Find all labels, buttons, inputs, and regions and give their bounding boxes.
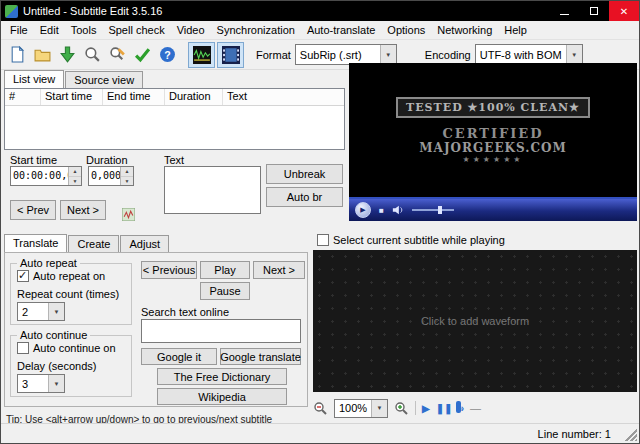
grid-header: # Start time End time Duration Text — [5, 89, 344, 106]
start-time-field[interactable]: 00:00:00,000 ▲ ▼ — [10, 166, 82, 186]
resize-grip[interactable] — [625, 429, 637, 441]
previous-button[interactable]: < Previous — [141, 261, 197, 279]
wave-play-button[interactable]: ▶ — [422, 403, 430, 414]
auto-continue-checkbox-label: Auto continue on — [33, 342, 116, 354]
play-button[interactable]: ▶ — [355, 202, 371, 218]
menu-options[interactable]: Options — [381, 22, 431, 38]
zoom-out-icon — [313, 401, 328, 416]
menu-auto-translate[interactable]: Auto-translate — [301, 22, 381, 38]
spin-up-button[interactable]: ▲ — [121, 167, 133, 177]
text-label: Text — [164, 154, 184, 166]
zoom-in-icon — [394, 401, 409, 416]
subtitle-grid[interactable]: # Start time End time Duration Text — [4, 88, 345, 150]
toggle-video-button[interactable] — [217, 42, 244, 68]
tab-adjust[interactable]: Adjust — [120, 235, 169, 252]
duration-spinner: ▲ ▼ — [120, 167, 133, 185]
main-area: List view Source view # Start time End t… — [1, 70, 640, 230]
google-it-button[interactable]: Google it — [141, 348, 217, 365]
menu-file[interactable]: File — [4, 22, 34, 38]
video-player[interactable]: TESTED ★100% CLEAN★ CERTIFIED MAJORGEEKS… — [349, 63, 637, 221]
volume-icon[interactable] — [392, 204, 404, 216]
minimize-button[interactable] — [549, 1, 579, 21]
column-duration[interactable]: Duration — [165, 89, 223, 105]
toolbar-separator — [415, 401, 416, 415]
save-button[interactable] — [55, 42, 80, 67]
new-file-icon — [9, 46, 26, 63]
spell-check-button[interactable] — [130, 42, 155, 67]
menu-synchronization[interactable]: Synchronization — [211, 22, 301, 38]
tab-source-view[interactable]: Source view — [65, 71, 143, 88]
unbreak-button[interactable]: Unbreak — [266, 164, 343, 184]
subtitle-list-section: List view Source view # Start time End t… — [4, 70, 347, 230]
wikipedia-button[interactable]: Wikipedia — [157, 388, 287, 405]
menu-networking[interactable]: Networking — [431, 22, 498, 38]
next-subtitle-button[interactable]: Next > — [60, 200, 106, 220]
search-text-input[interactable] — [141, 319, 301, 343]
repeat-count-value: 2 — [18, 306, 48, 318]
replace-button[interactable] — [105, 42, 130, 67]
menu-help[interactable]: Help — [498, 22, 533, 38]
replace-icon — [109, 46, 126, 63]
spin-down-button[interactable]: ▼ — [121, 177, 133, 186]
column-text[interactable]: Text — [223, 89, 344, 105]
auto-br-button[interactable]: Auto br — [266, 187, 343, 207]
volume-slider-thumb[interactable] — [438, 206, 442, 214]
stop-button[interactable]: ■ — [379, 206, 384, 215]
chevron-down-icon: ▼ — [380, 45, 396, 64]
column-start-time[interactable]: Start time — [41, 89, 103, 105]
maximize-button[interactable] — [579, 1, 609, 21]
toggle-waveform-button[interactable] — [188, 42, 215, 68]
close-button[interactable]: ✕ — [609, 1, 639, 21]
find-button[interactable] — [80, 42, 105, 67]
video-controls-bar: ▶ ■ — [349, 199, 637, 221]
free-dictionary-button[interactable]: The Free Dictionary — [157, 368, 287, 385]
app-window: Untitled - Subtitle Edit 3.5.16 ✕ File E… — [0, 0, 640, 444]
auto-repeat-checkbox[interactable] — [17, 270, 29, 282]
waveform-position-marker[interactable] — [456, 401, 461, 413]
new-file-button[interactable] — [5, 42, 30, 67]
menu-video[interactable]: Video — [171, 22, 211, 38]
volume-slider[interactable] — [412, 209, 454, 211]
app-icon — [5, 5, 18, 18]
repeat-count-select[interactable]: 2 ▼ — [17, 302, 65, 321]
menu-tools[interactable]: Tools — [65, 22, 103, 38]
open-folder-icon — [34, 46, 51, 63]
pause-button[interactable]: Pause — [200, 282, 250, 300]
help-button[interactable]: ? — [155, 42, 180, 67]
chevron-down-icon: ▼ — [48, 303, 64, 320]
open-file-button[interactable] — [30, 42, 55, 67]
start-time-spinner: ▲ ▼ — [68, 167, 81, 185]
column-end-time[interactable]: End time — [103, 89, 165, 105]
menu-edit[interactable]: Edit — [34, 22, 65, 38]
zoom-out-button[interactable] — [313, 401, 328, 416]
karaoke-effect-icon[interactable] — [122, 208, 135, 221]
spin-down-button[interactable]: ▼ — [69, 177, 81, 186]
format-select[interactable]: SubRip (.srt) ▼ — [295, 44, 397, 65]
waveform-canvas[interactable]: Click to add waveform — [313, 250, 637, 392]
auto-continue-group: Auto continue Auto continue on Delay (se… — [10, 335, 132, 397]
google-translate-button[interactable]: Google translate — [220, 348, 301, 365]
auto-continue-checkbox[interactable] — [17, 342, 29, 354]
tab-create[interactable]: Create — [68, 235, 119, 252]
select-subtitle-label: Select current subtitle while playing — [333, 234, 505, 246]
chevron-down-icon: ▼ — [371, 400, 387, 417]
prev-subtitle-button[interactable]: < Prev — [10, 200, 56, 220]
delay-select[interactable]: 3 ▼ — [17, 374, 65, 393]
wave-pause-button[interactable]: ❚❚ — [436, 403, 453, 414]
watermark-certified: CERTIFIED — [396, 126, 590, 141]
select-subtitle-checkbox[interactable] — [317, 234, 329, 246]
spin-up-button[interactable]: ▲ — [69, 167, 81, 177]
subtitle-text-input[interactable] — [164, 166, 261, 214]
zoom-in-button[interactable] — [394, 401, 409, 416]
next-button-panel[interactable]: Next > — [253, 261, 305, 279]
video-icon — [222, 46, 240, 64]
tab-list-view[interactable]: List view — [4, 70, 64, 88]
column-number[interactable]: # — [5, 89, 41, 105]
menu-spell-check[interactable]: Spell check — [102, 22, 170, 38]
zoom-level-select[interactable]: 100% ▼ — [334, 399, 388, 418]
encoding-select[interactable]: UTF-8 with BOM ▼ — [475, 44, 583, 65]
tab-translate[interactable]: Translate — [4, 234, 67, 252]
duration-field[interactable]: 0,000 ▲ ▼ — [88, 166, 134, 186]
video-screen: TESTED ★100% CLEAN★ CERTIFIED MAJORGEEKS… — [349, 63, 637, 197]
play-button-panel[interactable]: Play — [200, 261, 250, 279]
